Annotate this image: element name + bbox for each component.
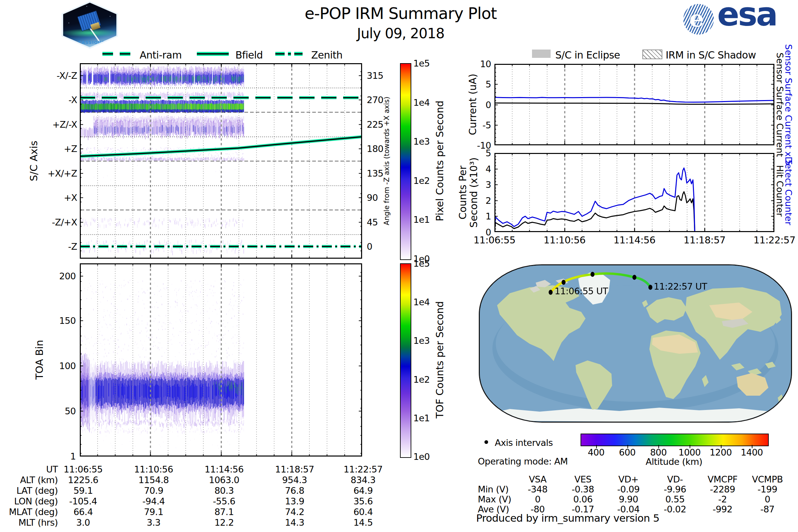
y-tick-label: 5	[486, 79, 491, 90]
irm-shadow-legend-swatch	[642, 50, 662, 59]
current-plot	[494, 64, 774, 145]
altitude-colorbar	[581, 434, 769, 446]
zenith-legend-marker	[275, 52, 303, 56]
y-tick-label: 3	[486, 179, 491, 190]
ephemeris-row-label: MLAT (deg)	[9, 507, 58, 517]
sc-axis-row-label: +Z/-X	[52, 119, 77, 129]
sensor-surface-current-label: Sensor Surface Current	[775, 53, 785, 157]
ephemeris-value: 11:14:56	[205, 464, 243, 474]
voltage-value: -80	[531, 504, 545, 514]
y-tick-label: 10	[480, 59, 491, 69]
pixel-colorbar-tick: 1e5	[413, 58, 430, 69]
angle-tick-label: 0	[367, 241, 373, 252]
pixel-counts-colorbar	[400, 63, 411, 260]
counts-ylabel: Counts Per Second (x10³)	[457, 157, 479, 227]
ephemeris-value: 14.3	[285, 517, 304, 528]
toa-bin-spectrogram	[80, 263, 362, 457]
ephemeris-value: 87.1	[214, 507, 234, 517]
voltage-value: -2	[718, 494, 727, 505]
axis-intervals-label: Axis intervals	[495, 438, 553, 448]
voltage-column-header: VMCPF	[707, 474, 738, 484]
voltage-value: 9.90	[619, 494, 638, 505]
toa-bin-ylabel: TOA Bin	[34, 340, 45, 379]
sc-axis-row-label: -X/-Z	[57, 70, 77, 80]
anti-ram-legend-marker	[102, 52, 131, 56]
voltage-value: -0.38	[572, 484, 594, 494]
ephemeris-value: 1225.6	[68, 475, 98, 485]
altitude-tick-label: 1200	[709, 447, 732, 457]
ephemeris-value: 80.3	[214, 486, 234, 496]
angle-tick-label: 315	[367, 70, 383, 80]
eclipse-legend-swatch	[532, 50, 551, 58]
angle-tick-label: 45	[367, 217, 378, 227]
ephemeris-value: 60.4	[354, 507, 373, 517]
tof-colorbar-tick: 1e5	[413, 258, 430, 269]
toa-ytick-label: 150	[59, 316, 76, 326]
tof-counts-colorbar	[400, 263, 411, 458]
y-tick-label: 4	[486, 164, 491, 174]
tof-colorbar-tick: 1e1	[413, 413, 430, 423]
page-title: e-POP IRM Summary Plot	[0, 4, 798, 23]
angle-axis-label: Angle from -Z axis (towards +X axis)	[383, 97, 391, 225]
hit-counter-label: Hit Counter	[775, 165, 785, 217]
ephemeris-value: 11:18:57	[275, 464, 314, 474]
epop-irm-summary-page: CASSIOPE e-POP IRM Summary Plot July 09,…	[0, 0, 798, 532]
ephemeris-value: 12.2	[214, 517, 234, 528]
ephemeris-value: 14.5	[354, 517, 373, 528]
tof-colorbar-tick: 1e3	[413, 336, 430, 346]
voltage-value: -992	[712, 504, 732, 514]
voltage-column-header: VSA	[529, 474, 546, 484]
operating-mode-label: Operating mode: AM	[478, 456, 568, 467]
voltage-row-label: Min (V)	[478, 484, 509, 494]
voltage-column-header: VES	[574, 474, 591, 484]
sc-axis-spectrogram	[80, 63, 362, 259]
counts-plot	[494, 153, 774, 232]
sc-axis-row-label: -Z/+X	[52, 217, 77, 227]
voltage-value: -348	[528, 484, 547, 494]
esa-logo: e esa	[683, 3, 796, 37]
ephemeris-row-label: UT	[46, 464, 58, 474]
voltage-value: 0	[535, 494, 540, 505]
voltage-value: -87	[760, 504, 775, 514]
track-end-label: 11:22:57 UT	[654, 281, 707, 291]
altitude-colorbar-label: Altitude (km)	[646, 457, 703, 467]
pixel-colorbar-tick: 1e1	[413, 214, 430, 225]
sc-axis-ylabel: S/C Axis	[28, 141, 40, 181]
ephemeris-row-label: LAT (deg)	[16, 486, 58, 496]
time-tick-label: 11:14:56	[613, 234, 656, 246]
time-tick-label: 11:06:55	[474, 234, 515, 246]
ephemeris-row-label: MLT (hrs)	[18, 517, 58, 528]
ephemeris-value: 66.4	[74, 507, 93, 517]
toa-ytick-label: 100	[59, 361, 76, 371]
voltage-row-label: Ave (V)	[478, 504, 509, 514]
irm-shadow-legend-label: IRM in S/C Shadow	[666, 49, 756, 61]
toa-ytick-label: 1	[70, 451, 76, 461]
y-tick-label: 0	[486, 99, 491, 110]
voltage-value: 0.06	[573, 494, 592, 505]
toa-ytick-label: 200	[59, 271, 76, 281]
ephemeris-row-label: LON (deg)	[14, 496, 58, 507]
ephemeris-value: 11:10:56	[134, 464, 173, 474]
ephemeris-value: 79.1	[144, 507, 163, 517]
bfield-legend-label: Bfield	[235, 49, 263, 61]
voltage-row-label: Max (V)	[478, 494, 511, 505]
voltage-column-header: VD-	[667, 474, 683, 484]
angle-tick-label: 270	[367, 95, 383, 105]
ephemeris-value: 76.8	[285, 486, 304, 496]
ephemeris-value: 834.3	[351, 475, 376, 485]
voltage-value: 0.55	[665, 494, 685, 505]
sc-axis-row-label: +X/+Z	[48, 168, 77, 178]
anti-ram-legend-label: Anti-ram	[140, 49, 182, 61]
tof-colorbar-tick: 1e0	[413, 452, 430, 462]
toa-ytick-label: 50	[65, 406, 76, 416]
zenith-legend-label: Zenith	[311, 49, 342, 61]
altitude-tick-label: 400	[588, 447, 605, 457]
pixel-colorbar-tick: 1e3	[413, 136, 430, 147]
time-tick-label: 11:10:56	[544, 234, 586, 246]
esa-e-glyph: e	[689, 5, 704, 32]
y-tick-label: -5	[482, 120, 491, 130]
ephemeris-value: 59.1	[74, 486, 93, 496]
eclipse-legend-label: S/C in Eclipse	[555, 49, 620, 61]
altitude-tick-label: 1400	[741, 447, 763, 457]
track-start-label: 11:06:55 UT	[555, 286, 608, 296]
